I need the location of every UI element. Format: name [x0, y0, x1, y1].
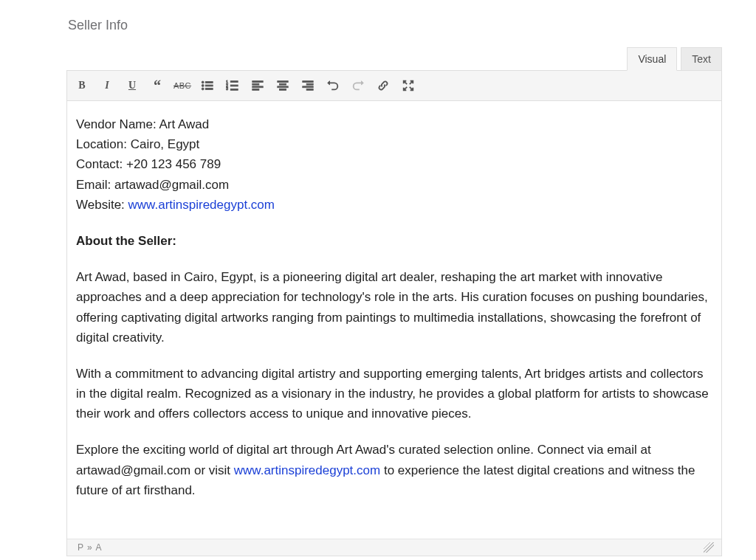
tab-text[interactable]: Text [681, 47, 722, 71]
location-label: Location: [76, 137, 131, 151]
editor-statusbar: P » A [67, 539, 721, 556]
blockquote-button[interactable]: “ [145, 74, 169, 97]
vendor-name-label: Vendor Name: [76, 117, 159, 131]
bullet-list-icon [201, 79, 214, 92]
align-right-button[interactable] [296, 74, 320, 97]
svg-rect-16 [278, 81, 288, 83]
about-paragraph-1: Art Awad, based in Cairo, Egypt, is a pi… [76, 267, 714, 348]
svg-rect-12 [252, 81, 263, 83]
resize-handle[interactable] [704, 542, 714, 553]
inline-website-link[interactable]: www.artinspiredegypt.com [234, 463, 380, 477]
website-line: Website: www.artinspiredegypt.com [76, 195, 714, 215]
vendor-name-line: Vendor Name: Art Awad [76, 114, 714, 134]
about-paragraph-2: With a commitment to advancing digital a… [76, 364, 714, 424]
svg-rect-13 [252, 83, 259, 85]
website-label: Website: [76, 198, 128, 212]
svg-point-0 [202, 81, 204, 83]
svg-rect-17 [280, 83, 286, 85]
svg-rect-22 [303, 86, 313, 88]
fullscreen-button[interactable] [396, 74, 420, 97]
contact-value: +20 123 456 789 [126, 157, 221, 171]
editor-toolbar: B I U “ ABC 123 [67, 71, 721, 101]
align-center-button[interactable] [271, 74, 295, 97]
svg-rect-14 [252, 86, 263, 88]
svg-rect-9 [230, 85, 238, 86]
svg-rect-5 [205, 89, 213, 90]
align-center-icon [276, 79, 289, 92]
svg-rect-20 [303, 81, 313, 83]
undo-icon [326, 79, 340, 92]
location-line: Location: Cairo, Egypt [76, 134, 714, 154]
numbered-list-button[interactable]: 123 [221, 74, 244, 97]
align-left-icon [251, 79, 264, 92]
editor-content[interactable]: Vendor Name: Art Awad Location: Cairo, E… [67, 101, 721, 539]
contact-line: Contact: +20 123 456 789 [76, 154, 714, 174]
location-value: Cairo, Egypt [131, 137, 200, 151]
strike-button[interactable]: ABC [171, 74, 194, 97]
svg-rect-11 [230, 89, 238, 91]
editor: B I U “ ABC 123 [66, 70, 722, 556]
align-right-icon [301, 79, 315, 92]
email-value: artawad@gmail.com [114, 178, 229, 192]
link-icon [377, 79, 390, 92]
svg-rect-15 [252, 89, 259, 91]
contact-label: Contact: [76, 157, 126, 171]
redo-button[interactable] [346, 74, 370, 97]
email-line: Email: artawad@gmail.com [76, 175, 714, 195]
bullet-list-button[interactable] [196, 74, 219, 97]
link-button[interactable] [371, 74, 395, 97]
about-paragraph-3: Explore the exciting world of digital ar… [76, 440, 714, 500]
align-left-button[interactable] [246, 74, 269, 97]
website-link[interactable]: www.artinspiredegypt.com [128, 198, 275, 212]
svg-rect-19 [280, 89, 286, 91]
element-path[interactable]: P » A [78, 542, 102, 553]
svg-rect-7 [230, 81, 238, 83]
tab-visual[interactable]: Visual [627, 47, 677, 71]
quote-icon: “ [154, 82, 161, 89]
page-title: Seller Info [68, 18, 722, 33]
editor-tabs: Visual Text [66, 46, 722, 70]
bold-button[interactable]: B [70, 74, 94, 97]
svg-rect-21 [306, 83, 313, 85]
svg-rect-18 [278, 86, 288, 88]
svg-rect-23 [306, 89, 313, 91]
fullscreen-icon [402, 79, 415, 92]
underline-button[interactable]: U [120, 74, 144, 97]
numbered-list-icon: 123 [226, 79, 239, 92]
vendor-name-value: Art Awad [159, 117, 209, 131]
email-label: Email: [76, 178, 114, 192]
svg-point-4 [202, 88, 204, 90]
svg-rect-3 [205, 85, 213, 86]
italic-button[interactable]: I [95, 74, 119, 97]
svg-point-2 [202, 85, 204, 87]
svg-rect-1 [205, 82, 213, 83]
undo-button[interactable] [321, 74, 345, 97]
svg-text:3: 3 [226, 86, 228, 91]
about-heading: About the Seller: [76, 234, 176, 248]
redo-icon [351, 79, 365, 92]
